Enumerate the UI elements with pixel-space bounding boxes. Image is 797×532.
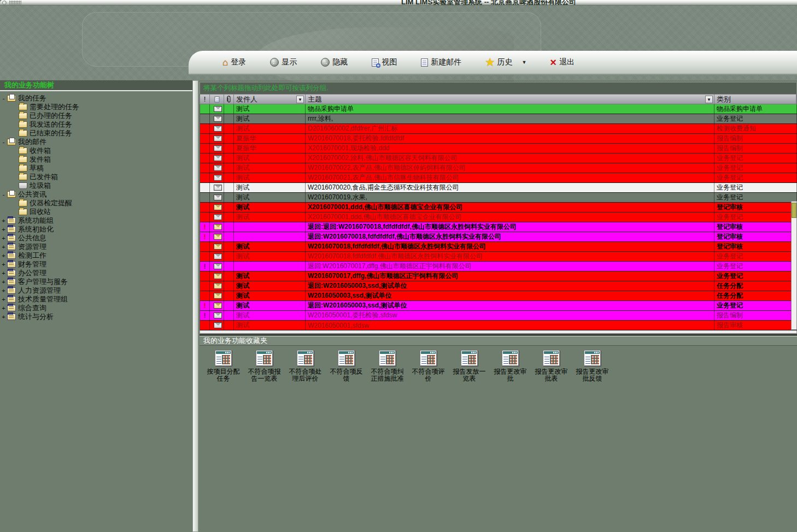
table-row[interactable]: 测试W2016070021,农产品,佛山市信豚生物科技有限公司业务登记 bbox=[200, 173, 797, 183]
tree-expander[interactable]: + bbox=[1, 314, 6, 320]
toolbar-button-login[interactable]: ⌂登录 bbox=[220, 56, 248, 68]
table-row[interactable]: 测试X2016070002,涂料,佛山市顺德区容天饲料有限公司业务登记 bbox=[200, 153, 797, 163]
report-icon bbox=[502, 350, 519, 366]
tree-expander[interactable]: + bbox=[1, 288, 6, 293]
favorite-item[interactable]: 不符合项纠正措施批准 bbox=[367, 350, 408, 382]
priority-column-header[interactable]: ! bbox=[200, 94, 210, 104]
toolbar-button-hide[interactable]: →隐藏 bbox=[319, 56, 350, 68]
table-row[interactable]: !测试退回:W2016050003,ssd,测试单位业务登记 bbox=[200, 301, 797, 311]
sidebar-item[interactable]: +财务管理 bbox=[0, 260, 192, 269]
sidebar-item[interactable]: 发件箱 bbox=[0, 155, 192, 164]
table-row[interactable]: 测试W2016070022,农产品,佛山市顺德区倬屿饲料有限公司业务登记 bbox=[200, 163, 797, 173]
attachment-column-header[interactable] bbox=[224, 94, 234, 104]
toolbar-button-view[interactable]: 视图 bbox=[370, 56, 399, 68]
table-row[interactable]: !测试W2016050001,委托检验,sfdsw报告编制 bbox=[200, 311, 797, 321]
sidebar-item[interactable]: +客户管理与服务 bbox=[0, 277, 192, 286]
sidebar-scrollbar[interactable] bbox=[192, 80, 198, 532]
sender-filter-dropdown[interactable]: ▼ bbox=[296, 96, 304, 103]
table-row[interactable]: 夏振华W2016070018,委托检验,fdfdfdfdf报告编制 bbox=[200, 134, 797, 144]
table-row[interactable]: 测试X2016070001,ddd,佛山市顺德区喜德宝企业有限公司业务登记 bbox=[200, 212, 797, 222]
sidebar-item[interactable]: 已发件箱 bbox=[0, 173, 192, 181]
tree-expander[interactable]: + bbox=[1, 297, 6, 302]
category-column-header[interactable]: 类别 bbox=[714, 94, 796, 104]
table-row[interactable]: 测试W2016050003,ssd,测试单位任务分配 bbox=[200, 291, 797, 301]
table-row[interactable]: 测试W2016070018,fdfdfdfdf,佛山市顺德区永胜饲料实业有限公司… bbox=[200, 252, 797, 262]
toolbar-button-exit[interactable]: ×退出 bbox=[548, 56, 577, 68]
favorite-item[interactable]: 报告发放一览表 bbox=[449, 350, 490, 382]
table-row[interactable]: !退回:W2016070017,dffg,佛山市顺德区正宇饲料有限公司业务登记 bbox=[200, 262, 797, 271]
sidebar-item[interactable]: +人力资源管理 bbox=[0, 286, 192, 295]
favorite-item[interactable]: 报告更改审批 bbox=[490, 350, 531, 382]
sidebar-item[interactable]: -我的邮件 bbox=[0, 138, 192, 146]
sidebar-item[interactable]: 收件箱 bbox=[0, 146, 192, 155]
sidebar-item[interactable]: +统计与分析 bbox=[0, 312, 192, 321]
tree-expander[interactable]: + bbox=[1, 262, 6, 267]
subject-filter-dropdown[interactable]: ▼ bbox=[705, 96, 713, 103]
sidebar-item[interactable]: +办公管理 bbox=[0, 269, 192, 277]
favorite-item[interactable]: 报告更改审批表 bbox=[531, 350, 572, 382]
sidebar-item[interactable]: +资源管理 bbox=[0, 243, 192, 251]
table-row[interactable]: !退回:退回:W2016070018,fdfdfdfdf,佛山市顺德区永胜饲料实… bbox=[200, 222, 797, 232]
sidebar-item[interactable]: +系统功能组 bbox=[0, 216, 192, 225]
table-row[interactable]: 测试W2016070020,食品,甫金生态循环农业科技有限公司业务登记 bbox=[200, 183, 797, 193]
favorite-item[interactable]: 不符合项反馈 bbox=[326, 350, 367, 382]
sidebar-item[interactable]: -我的任务 bbox=[0, 94, 192, 103]
sidebar-item[interactable]: 草稿 bbox=[0, 164, 192, 173]
table-row[interactable]: 测试X2016070001,ddd,佛山市顺德区喜德宝企业有限公司登记审核 bbox=[200, 203, 797, 212]
sidebar-item[interactable]: 我发送的任务 bbox=[0, 120, 192, 129]
category-cell: 报告审核 bbox=[714, 321, 797, 330]
sender-cell: 测试 bbox=[234, 124, 306, 133]
sidebar-item[interactable]: +综合查询 bbox=[0, 304, 192, 312]
sidebar-item[interactable]: +公共信息 bbox=[0, 234, 192, 243]
favorite-item[interactable]: 不符合项报告一览表 bbox=[244, 350, 285, 382]
favorite-item[interactable]: 不符合项评价 bbox=[408, 350, 449, 382]
tree-expander[interactable]: + bbox=[1, 279, 6, 285]
table-row[interactable]: !退回:W2016070018,fdfdfdfdf,佛山市顺德区永胜饲料实业有限… bbox=[200, 232, 797, 242]
tree-expander[interactable]: + bbox=[1, 270, 6, 276]
sidebar-item[interactable]: 已办理的任务 bbox=[0, 111, 192, 120]
document-column-header[interactable] bbox=[210, 94, 224, 104]
tree-expander[interactable]: - bbox=[1, 192, 6, 197]
table-row[interactable]: 测试物品采购申请单物品采购申请单 bbox=[200, 104, 797, 114]
tree-expander[interactable]: + bbox=[1, 305, 6, 311]
sidebar-item[interactable]: 仪器检定提醒 bbox=[0, 199, 192, 208]
toolbar-button-new-mail[interactable]: 新建邮件 bbox=[419, 56, 464, 68]
sidebar-item[interactable]: +检测工作 bbox=[0, 251, 192, 260]
sidebar-item[interactable]: 已结束的任务 bbox=[0, 129, 192, 138]
grid-vertical-scrollbar[interactable] bbox=[791, 201, 797, 330]
table-row[interactable]: 测试退回:W2016050003,ssd,测试单位任务分配 bbox=[200, 281, 797, 291]
report-icon-lines bbox=[462, 356, 467, 364]
table-row[interactable]: 测试D2016060002,dfdfrer,广州汇标检测收费通知 bbox=[200, 124, 797, 134]
table-row[interactable]: 测试rrrr,涂料,业务登记 bbox=[200, 114, 797, 124]
toolbar-button-history[interactable]: ★历史 bbox=[483, 56, 514, 68]
table-row[interactable]: 夏振华X2016070001,现场检验,ddd报告编制 bbox=[200, 144, 797, 153]
table-row[interactable]: 测试W2016050001,sfdsw报告审核 bbox=[200, 321, 797, 330]
table-row[interactable]: 测试W2016070019,水果,业务登记 bbox=[200, 193, 797, 203]
subject-column-header[interactable]: 主题 ▼ bbox=[306, 94, 714, 104]
sidebar-item[interactable]: -公共资讯 bbox=[0, 190, 192, 199]
history-dropdown-button[interactable]: ▼ bbox=[520, 58, 528, 66]
tree-expander[interactable]: + bbox=[1, 227, 6, 232]
tree-expander[interactable]: - bbox=[1, 96, 6, 101]
sidebar-item[interactable]: 垃圾箱 bbox=[0, 181, 192, 190]
tree-expander[interactable]: + bbox=[1, 218, 6, 223]
toolbar-button-show[interactable]: ←显示 bbox=[268, 56, 299, 68]
grid-vertical-scrollbar-thumb[interactable] bbox=[792, 203, 796, 218]
tree-expander[interactable]: + bbox=[1, 244, 6, 250]
tree-expander[interactable]: + bbox=[1, 253, 6, 258]
sidebar-item[interactable]: +系统初始化 bbox=[0, 225, 192, 234]
sidebar-item[interactable]: +技术质量管理组 bbox=[0, 295, 192, 304]
sender-column-header[interactable]: 发件人 ▼ bbox=[234, 94, 306, 104]
tree-expander[interactable]: + bbox=[1, 235, 6, 241]
sender-cell: 测试 bbox=[234, 311, 306, 320]
report-icon-cells bbox=[591, 355, 599, 364]
tree-expander[interactable]: - bbox=[1, 139, 6, 145]
favorite-item[interactable]: 不符合项处理后评价 bbox=[285, 350, 326, 382]
sidebar-item[interactable]: 回收站 bbox=[0, 208, 192, 216]
table-row[interactable]: 测试W2016070018,fdfdfdfdf,佛山市顺德区永胜饲料实业有限公司… bbox=[200, 242, 797, 252]
category-cell: 业务登记 bbox=[714, 252, 797, 261]
favorite-item[interactable]: 按项目分配任务 bbox=[203, 350, 244, 382]
favorite-item[interactable]: 报告更改审批反馈 bbox=[572, 350, 613, 382]
sidebar-item[interactable]: 需要处理的任务 bbox=[0, 103, 192, 111]
table-row[interactable]: 测试W2016070017,dffg,佛山市顺德区正宇饲料有限公司业务登记 bbox=[200, 271, 797, 281]
